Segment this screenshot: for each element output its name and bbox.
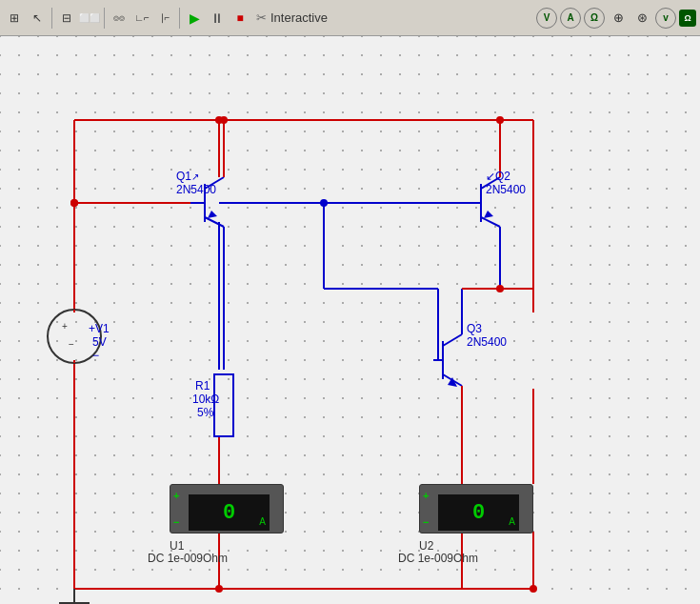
u2-sublabel: DC 1e-009Ohm	[398, 552, 478, 565]
toolbar-right-btn-7[interactable]: Ω	[679, 10, 696, 27]
q2-label: ↙Q2	[486, 170, 510, 183]
u1-value: 0	[223, 501, 235, 525]
svg-point-37	[220, 116, 228, 124]
toolbar-btn-7[interactable]: ∣⌐	[154, 8, 175, 29]
u2-value: 0	[472, 501, 485, 525]
toolbar-separator-3	[179, 8, 180, 29]
circuit-canvas[interactable]: + − Q1↗ 2N5400 ↙Q2 2N5400 Q3 2N5400 R1 1…	[0, 36, 700, 604]
toolbar-btn-5[interactable]: ⌾⌾	[109, 8, 130, 29]
circuit-svg: + −	[0, 36, 700, 604]
u1-plus: +	[173, 490, 179, 501]
u2-unit: A	[509, 516, 515, 527]
u2-plus: +	[423, 490, 429, 501]
v1-minus: −	[92, 349, 99, 362]
toolbar-separator-1	[51, 8, 52, 29]
svg-marker-34	[208, 211, 217, 218]
toolbar-btn-1[interactable]: ⊞	[4, 8, 25, 29]
q1-model: 2N5400	[176, 183, 216, 196]
u1-label: U1	[170, 539, 184, 553]
q1-label: Q1↗	[176, 170, 199, 183]
toolbar-right-btn-5[interactable]: ⊛	[631, 8, 652, 29]
interactive-icon: ✂	[256, 10, 267, 25]
interactive-label: ✂ Interactive	[256, 10, 328, 25]
r1-tolerance: 5%	[197, 406, 213, 419]
toolbar-right-btn-4[interactable]: ⊕	[608, 8, 629, 29]
v1-value: 5V	[92, 335, 107, 349]
v1-label: +V1	[89, 322, 110, 335]
u2-meter[interactable]: + − 0 A	[419, 484, 533, 534]
toolbar-btn-2[interactable]: ↖	[27, 8, 48, 29]
svg-point-26	[215, 585, 223, 593]
svg-point-67	[70, 199, 78, 207]
toolbar-right-btn-3[interactable]: Ω	[584, 8, 605, 29]
r1-label: R1	[195, 379, 210, 393]
u2-label: U2	[419, 539, 433, 553]
q3-label: Q3	[467, 322, 482, 335]
u2-screen: 0 A	[438, 494, 519, 531]
toolbar: ⊞ ↖ ⊟ ⬜⬜ ⌾⌾ ∟⌐ ∣⌐ ▶ ⏸ ■ ✂ Interactive V …	[0, 0, 700, 36]
q2-model: 2N5400	[486, 183, 526, 196]
toolbar-btn-4[interactable]: ⬜⬜	[79, 8, 100, 29]
toolbar-separator-2	[104, 8, 105, 29]
toolbar-btn-3[interactable]: ⊟	[56, 8, 77, 29]
u1-meter[interactable]: + − 0 A	[170, 484, 284, 534]
toolbar-right: V A Ω ⊕ ⊛ v Ω	[536, 8, 696, 29]
r1-value: 10kΩ	[192, 393, 219, 406]
pause-button[interactable]: ⏸	[207, 8, 228, 29]
svg-line-41	[481, 217, 500, 227]
svg-line-49	[443, 334, 462, 346]
u1-screen: 0 A	[189, 494, 270, 531]
u1-minus: −	[173, 516, 179, 528]
u2-minus: −	[423, 516, 429, 528]
toolbar-btn-6[interactable]: ∟⌐	[131, 8, 152, 29]
play-button[interactable]: ▶	[184, 8, 205, 29]
u1-sublabel: DC 1e-009Ohm	[148, 552, 228, 565]
svg-marker-42	[484, 211, 493, 218]
svg-point-57	[496, 285, 504, 292]
stop-button[interactable]: ■	[230, 8, 250, 29]
q3-model: 2N5400	[467, 335, 507, 349]
svg-line-33	[205, 217, 224, 227]
svg-text:−: −	[69, 339, 74, 350]
svg-text:+: +	[62, 321, 68, 332]
toolbar-right-btn-6[interactable]: v	[655, 8, 676, 29]
interactive-text: Interactive	[270, 10, 328, 25]
svg-point-45	[496, 116, 504, 124]
toolbar-right-btn-1[interactable]: V	[536, 8, 557, 29]
toolbar-right-btn-2[interactable]: A	[560, 8, 581, 29]
u1-unit: A	[259, 516, 266, 527]
